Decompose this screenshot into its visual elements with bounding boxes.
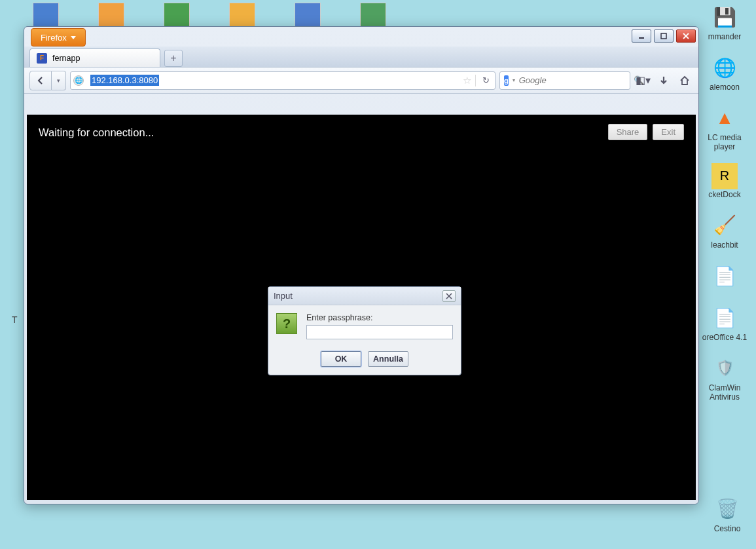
- cancel-button[interactable]: Annulla: [368, 351, 408, 367]
- desktop-top-icon[interactable]: [33, 3, 59, 29]
- bookmark-star-button[interactable]: ☆: [463, 75, 471, 86]
- desktop-icon-clamwin[interactable]: 🛡️ClamWin Antivirus: [705, 354, 744, 401]
- url-text[interactable]: 192.168.0.3:8080: [88, 74, 459, 86]
- rocket-icon: R: [711, 163, 738, 189]
- tab-title: fernapp: [52, 54, 80, 63]
- desktop-icon-vlc[interactable]: ▲LC media player: [701, 104, 748, 151]
- dialog-title-text: Input: [274, 291, 293, 301]
- svg-rect-1: [661, 33, 666, 39]
- minimize-icon: [638, 33, 645, 39]
- desktop-top-icon[interactable]: [164, 3, 190, 29]
- firefox-menu-label: Firefox: [41, 33, 67, 43]
- favicon-icon: F: [37, 53, 47, 64]
- broom-icon: 🧹: [710, 211, 739, 240]
- dialog-buttons: OK Annulla: [268, 347, 461, 375]
- back-button[interactable]: [29, 71, 52, 90]
- tab-fernapp[interactable]: F fernapp: [29, 48, 160, 67]
- desktop-icon-bleachbit[interactable]: 🧹leachbit: [701, 211, 748, 250]
- search-input[interactable]: [519, 75, 630, 85]
- firefox-window: Firefox F fernapp + ▾ 🌐 192.168.0.3:8080…: [24, 26, 699, 504]
- desktop-right-icons: 💾mmander 🌐alemoon ▲LC media player Rcket…: [698, 3, 751, 402]
- maximize-button[interactable]: [654, 29, 674, 43]
- moon-icon: 🌐: [710, 53, 739, 82]
- plus-icon: +: [170, 52, 176, 64]
- caret-down-icon: [71, 36, 76, 39]
- desktop-icon-generic[interactable]: 📄: [701, 261, 748, 292]
- new-tab-button[interactable]: +: [164, 50, 183, 67]
- home-button[interactable]: [676, 72, 693, 89]
- shield-icon: 🛡️: [710, 354, 739, 383]
- firefox-titlebar[interactable]: Firefox: [24, 27, 698, 47]
- share-button[interactable]: Share: [608, 124, 648, 140]
- history-icon: ▾: [57, 77, 60, 84]
- trash-icon: 🗑️: [713, 495, 742, 523]
- firefox-menu-button[interactable]: Firefox: [31, 28, 86, 47]
- close-icon: [446, 293, 452, 299]
- reload-button[interactable]: ↻: [480, 75, 492, 85]
- separator: [475, 75, 476, 86]
- dialog-body: ? Enter passphrase:: [268, 305, 461, 347]
- downloads-button[interactable]: [655, 72, 672, 89]
- close-icon: [683, 33, 689, 39]
- desktop-top-icon[interactable]: [360, 3, 386, 29]
- document-icon: 📄: [710, 303, 739, 332]
- engine-caret-icon[interactable]: ▾: [513, 77, 515, 83]
- desktop-edge-char: T: [12, 314, 18, 325]
- desktop-top-icon[interactable]: [295, 3, 321, 29]
- desktop-top-icon[interactable]: [98, 3, 124, 29]
- google-engine-icon[interactable]: g: [504, 75, 509, 86]
- dialog-fields: Enter passphrase:: [306, 313, 453, 339]
- arrow-left-icon: [35, 75, 46, 86]
- download-icon: [658, 75, 669, 86]
- desktop-icon-libreoffice[interactable]: 📄oreOffice 4.1: [701, 303, 748, 342]
- cone-icon: ▲: [710, 104, 739, 132]
- desktop-icon-rocketdock[interactable]: RcketDock: [701, 163, 748, 199]
- window-controls: [632, 29, 696, 43]
- ok-button[interactable]: OK: [321, 351, 361, 367]
- minimize-button[interactable]: [632, 29, 651, 43]
- page-content: Waiting for connection... Share Exit Inp…: [27, 115, 696, 500]
- passphrase-input[interactable]: [306, 325, 453, 339]
- desktop-icon-palemoon[interactable]: 🌐alemoon: [701, 53, 748, 92]
- file-icon: 📄: [710, 261, 739, 290]
- desktop-top-icons: [33, 3, 756, 29]
- bookmarks-menu-button[interactable]: ◧▾: [634, 72, 651, 89]
- home-icon: [679, 75, 691, 86]
- desktop-icon-trash[interactable]: 🗑️Cestino: [704, 495, 751, 533]
- content-action-buttons: Share Exit: [608, 124, 684, 140]
- input-dialog: Input ? Enter passphrase: OK Annulla: [268, 286, 461, 375]
- search-bar[interactable]: g ▾ 🔍: [499, 71, 630, 90]
- desktop-icon-commander[interactable]: 💾mmander: [701, 3, 748, 41]
- close-button[interactable]: [676, 29, 696, 43]
- connection-status: Waiting for connection...: [39, 126, 154, 139]
- maximize-icon: [660, 33, 667, 39]
- desktop-top-icon[interactable]: [229, 3, 255, 29]
- dialog-titlebar[interactable]: Input: [268, 287, 461, 305]
- dialog-close-button[interactable]: [442, 290, 456, 302]
- question-icon: ?: [276, 313, 297, 334]
- globe-icon: 🌐: [73, 75, 84, 86]
- firefox-toolbar: ▾ 🌐 192.168.0.3:8080 ☆ ↻ g ▾ 🔍 ◧▾: [24, 67, 698, 94]
- firefox-tabstrip: F fernapp +: [24, 47, 698, 67]
- passphrase-label: Enter passphrase:: [306, 313, 453, 322]
- url-bar[interactable]: 🌐 192.168.0.3:8080 ☆ ↻: [70, 71, 495, 90]
- back-dropdown-button[interactable]: ▾: [52, 71, 66, 90]
- exit-button[interactable]: Exit: [653, 124, 684, 140]
- floppy-icon: 💾: [710, 3, 739, 31]
